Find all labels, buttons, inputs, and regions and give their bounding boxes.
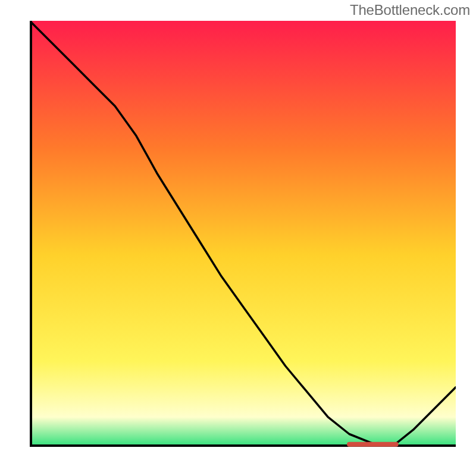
chart-frame: TheBottleneck.com xyxy=(0,0,476,476)
chart-svg xyxy=(30,21,456,447)
watermark-text: TheBottleneck.com xyxy=(350,2,470,18)
plot-area xyxy=(30,21,456,447)
